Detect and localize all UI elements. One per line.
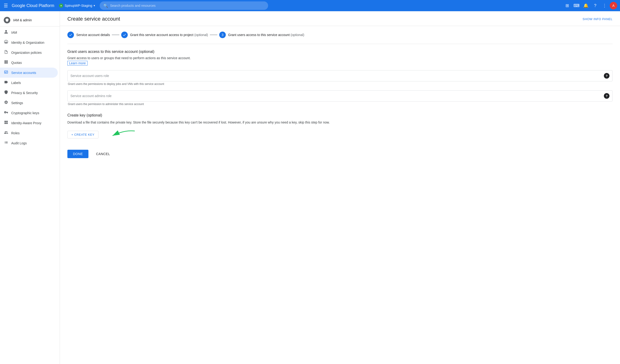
sidebar-item-privacy-security[interactable]: Privacy & Security [0,88,58,98]
page-title: Create service account [67,16,120,22]
admins-role-hint: Grant users the permission to administer… [68,103,613,106]
search-icon: 🔍 [103,3,108,8]
sidebar-item-org-policies-label: Organization policies [11,51,42,55]
chevron-down-icon: ▾ [93,4,95,7]
person-icon [4,30,8,35]
menu-icon[interactable]: ☰ [3,2,9,9]
create-key-button-area: + CREATE KEY [67,129,613,140]
sidebar-item-identity-org[interactable]: Identity & Organization [0,37,58,47]
users-role-help-icon[interactable]: ? [604,73,609,79]
grant-access-section: Grant users access to this service accou… [67,50,613,106]
topbar: ☰ Google Cloud Platform ✦ SpinupWP-Stagi… [0,0,620,11]
more-icon[interactable]: ⋮ [600,1,609,10]
sidebar-header: IAM & admin [0,13,60,25]
users-role-field-wrapper[interactable]: ? [67,70,613,81]
sidebar: IAM & admin IAM Identity & Organization … [0,11,60,364]
sidebar-title: IAM & admin [13,18,32,22]
app-title: Google Cloud Platform [12,3,54,8]
done-button[interactable]: DONE [67,150,88,158]
stepper: Service account details Grant this servi… [67,31,613,38]
admins-role-field-wrapper[interactable]: ? [67,90,613,102]
users-role-field-group: ? Grant users the permissions to deploy … [67,70,613,86]
step-1: Service account details [67,31,110,38]
sidebar-item-roles[interactable]: Roles [0,128,58,138]
audit-logs-icon [4,140,8,146]
step-1-label: Service account details [76,33,110,37]
step-3: 3 Grant users access to this service acc… [219,31,304,38]
show-info-panel-button[interactable]: SHOW INFO PANEL [583,17,613,21]
section-divider-top [67,44,613,44]
step-connector-2 [210,35,217,35]
create-key-button[interactable]: + CREATE KEY [67,131,98,138]
sidebar-item-labels[interactable]: Labels [0,78,58,88]
avatar[interactable]: A [610,2,617,9]
roles-icon [4,130,8,136]
create-key-desc: Download a file that contains the privat… [67,120,613,125]
project-name: SpinupWP-Staging [64,4,92,7]
notifications-icon[interactable]: 🔔 [582,1,590,10]
service-accounts-icon [4,70,8,75]
cloud-shell-icon[interactable]: ⌨ [572,1,581,10]
admins-role-help-icon[interactable]: ? [604,93,609,99]
sidebar-item-org-policies[interactable]: Organization policies [0,47,58,58]
create-key-section: Create key (optional) Download a file th… [67,113,613,140]
step-2-label: Grant this service account access to pro… [130,33,208,37]
create-key-title: Create key (optional) [67,113,613,117]
sidebar-item-service-accounts-label: Service accounts [11,71,36,75]
main-content: Create service account SHOW INFO PANEL S… [60,11,620,364]
sidebar-item-settings[interactable]: Settings [0,98,58,108]
sidebar-item-settings-label: Settings [11,101,23,105]
sidebar-item-identity-org-label: Identity & Organization [11,41,45,45]
sidebar-item-identity-aware-proxy[interactable]: Identity-Aware Proxy [0,118,58,128]
sidebar-item-iam-label: IAM [11,31,17,34]
cryptographic-keys-icon [4,110,8,116]
products-icon[interactable]: ⊞ [563,1,571,10]
main-header: Create service account SHOW INFO PANEL [60,11,620,26]
identity-aware-proxy-icon [4,120,8,126]
iam-admin-icon [4,17,10,23]
sidebar-item-identity-aware-proxy-label: Identity-Aware Proxy [11,121,41,125]
form-area: Service account details Grant this servi… [60,26,620,164]
grant-access-desc: Grant access to users or groups that nee… [67,56,613,60]
page-layout: IAM & admin IAM Identity & Organization … [0,11,620,364]
quotas-icon [4,60,8,65]
sidebar-item-audit-logs[interactable]: Audit Logs [0,138,58,148]
privacy-security-icon [4,90,8,95]
labels-icon [4,80,8,85]
sidebar-item-quotas[interactable]: Quotas [0,58,58,68]
step-2: Grant this service account access to pro… [121,31,208,38]
topbar-actions: ⊞ ⌨ 🔔 ? ⋮ A [563,1,617,10]
sidebar-item-audit-logs-label: Audit Logs [11,141,27,145]
users-role-hint: Grant users the permissions to deploy jo… [68,82,613,86]
sidebar-item-iam[interactable]: IAM [0,27,58,37]
step-3-label: Grant users access to this service accou… [228,33,304,37]
sidebar-item-privacy-security-label: Privacy & Security [11,91,38,95]
step-1-circle [67,31,74,38]
step-connector-1 [112,35,119,35]
search-input[interactable] [110,4,264,7]
learn-more-link[interactable]: Learn more [67,61,88,65]
sidebar-item-cryptographic-keys[interactable]: Cryptographic keys [0,108,58,118]
identity-org-icon [4,40,8,45]
step-3-circle: 3 [219,31,226,38]
grant-access-title: Grant users access to this service accou… [67,50,613,54]
sidebar-item-roles-label: Roles [11,131,20,135]
org-policies-icon [4,50,8,55]
admins-role-input[interactable] [70,94,604,98]
sidebar-item-cryptographic-keys-label: Cryptographic keys [11,111,39,115]
cancel-button[interactable]: CANCEL [92,150,114,158]
step-2-circle [121,31,128,38]
sidebar-item-service-accounts[interactable]: Service accounts [0,68,58,78]
search-bar: 🔍 [100,1,268,10]
bottom-actions: DONE CANCEL [67,150,613,158]
users-role-input[interactable] [70,74,604,78]
svg-point-0 [4,40,8,44]
sidebar-item-quotas-label: Quotas [11,61,22,65]
admins-role-field-group: ? Grant users the permission to administ… [67,90,613,106]
help-icon[interactable]: ? [591,1,599,10]
project-dot-icon: ✦ [59,3,63,8]
sidebar-item-labels-label: Labels [11,81,21,85]
settings-icon [4,100,8,106]
project-selector[interactable]: ✦ SpinupWP-Staging ▾ [57,2,97,9]
arrow-annotation [98,129,136,140]
